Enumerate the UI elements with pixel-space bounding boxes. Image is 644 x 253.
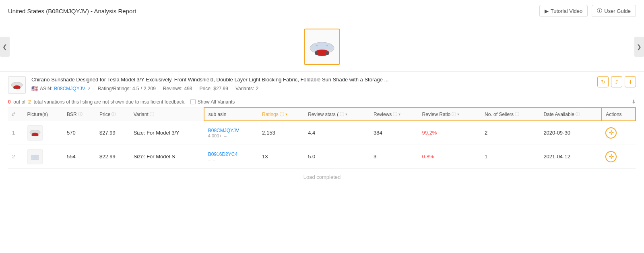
- product-thumbnail: [304, 29, 340, 65]
- row-ratings: 2,153: [258, 121, 304, 145]
- review-stars-sort-icon[interactable]: ▾: [345, 112, 347, 116]
- col-header-actions: Actions: [601, 108, 636, 121]
- show-all-variants-label[interactable]: Show All Variants: [190, 99, 235, 105]
- reviews-sort-icon[interactable]: ▾: [398, 112, 400, 116]
- share-icon: ⤴: [615, 79, 618, 85]
- product-flag: 🇺🇸 ASIN: B08CMJQYJV ↗: [31, 85, 91, 92]
- download-icon: ⬇: [628, 79, 633, 85]
- show-variants-checkbox[interactable]: [190, 99, 196, 104]
- row-picture: [23, 145, 63, 168]
- variation-text: 0 out of 2 total variations of this list…: [8, 99, 186, 105]
- variants-meta: Variants: 2: [235, 85, 258, 92]
- col-header-num: #: [8, 108, 23, 121]
- row-review-ratio: 0.8%: [418, 145, 481, 168]
- svg-point-10: [19, 87, 21, 89]
- col-header-bsr[interactable]: BSR ⓘ: [63, 108, 95, 121]
- reviews-meta: Reviews: 493: [163, 85, 192, 92]
- share-button[interactable]: ⤴: [611, 76, 622, 87]
- bsr-info-icon: ⓘ: [78, 111, 83, 117]
- ratings-sort-icon[interactable]: ▾: [285, 112, 287, 116]
- row-product-image: [27, 125, 43, 141]
- header-actions: ▶ Tutorial Video ⓘ User Guide: [539, 5, 636, 17]
- col-header-review-ratio[interactable]: Review Ratio ⓘ ▾: [418, 108, 481, 121]
- svg-rect-16: [32, 156, 37, 159]
- plus-icon: ✛: [609, 129, 614, 137]
- download-button[interactable]: ⬇: [625, 76, 636, 87]
- ratings-info-icon: ⓘ: [280, 111, 284, 117]
- row-price: $27.99: [95, 121, 130, 145]
- row-actions: ✛: [601, 145, 636, 168]
- row-reviews: 3: [369, 145, 418, 168]
- col-header-variant[interactable]: Variant ⓘ: [130, 108, 204, 121]
- col-header-ratings[interactable]: Ratings ⓘ ▾: [258, 108, 304, 121]
- row-review-stars: 4.4: [304, 121, 369, 145]
- refresh-button[interactable]: ↻: [597, 76, 609, 87]
- review-stars-info-icon: ⓘ: [340, 111, 344, 117]
- svg-rect-6: [326, 45, 328, 46]
- row-review-stars: 5.0: [304, 145, 369, 168]
- external-link-icon: ↗: [87, 86, 91, 91]
- carousel-left-arrow[interactable]: ❮: [0, 37, 10, 57]
- svg-point-9: [13, 87, 15, 89]
- row-sellers: 2: [481, 121, 539, 145]
- table-row: 2 554 $22.99 Size: For Model S B0916D2YC…: [8, 145, 636, 168]
- col-header-price[interactable]: Price ⓘ: [95, 108, 130, 121]
- asin-link[interactable]: B08CMJQYJV: [54, 86, 85, 91]
- book-icon: ⓘ: [597, 7, 602, 15]
- table-download-icon[interactable]: ⬇: [632, 99, 636, 105]
- row-date: 2020-09-30: [539, 121, 601, 145]
- col-header-review-stars[interactable]: Review stars ( ⓘ ▾: [304, 108, 369, 121]
- table-container: # Picture(s) BSR ⓘ Price ⓘ: [0, 107, 644, 193]
- product-action-buttons: ↻ ⤴ ⬇: [597, 76, 636, 87]
- row-bsr: 570: [63, 121, 95, 145]
- row-product-image: [27, 149, 43, 164]
- product-details: Chirano Sunshade Designed for Tesla Mode…: [31, 76, 592, 92]
- row-num: 2: [8, 145, 23, 168]
- row-actions: ✛: [601, 121, 636, 145]
- review-ratio-sort-icon[interactable]: ▾: [457, 112, 459, 116]
- table-row: 1 570 $27.99 Size: For Model 3/Y: [8, 121, 636, 145]
- row-review-ratio: 99.2%: [418, 121, 481, 145]
- rating-meta: Rating/Ratings: 4.5/2,209: [98, 85, 156, 92]
- svg-point-14: [37, 134, 38, 136]
- row-variant: Size: For Model 3/Y: [130, 121, 204, 145]
- row-sellers: 1: [481, 145, 539, 168]
- row-price: $22.99: [95, 145, 130, 168]
- carousel-right-arrow[interactable]: ❯: [634, 37, 644, 57]
- col-header-date[interactable]: Date Available ⓘ: [539, 108, 601, 121]
- price-meta: Price: $27.99: [200, 85, 228, 92]
- row-picture: [23, 121, 63, 145]
- svg-point-4: [326, 52, 329, 55]
- col-header-sellers[interactable]: No. of Sellers ⓘ: [481, 108, 539, 121]
- row-num: 1: [8, 121, 23, 145]
- action-plus-button[interactable]: ✛: [605, 127, 617, 139]
- header: United States (B08CMJQYJV) - Analysis Re…: [0, 0, 644, 22]
- row-sub-asin: B08CMJQYJV 4,000+ –: [204, 121, 258, 145]
- col-header-reviews[interactable]: Reviews ⓘ ▾: [369, 108, 418, 121]
- date-info-icon: ⓘ: [576, 111, 580, 117]
- product-info: Chirano Sunshade Designed for Tesla Mode…: [0, 72, 644, 96]
- load-complete-text: Load completed: [8, 169, 636, 185]
- reviews-info-icon: ⓘ: [393, 111, 397, 117]
- tutorial-video-button[interactable]: ▶ Tutorial Video: [539, 5, 588, 17]
- variant-info-icon: ⓘ: [150, 111, 154, 117]
- refresh-icon: ↻: [601, 79, 605, 85]
- product-meta: 🇺🇸 ASIN: B08CMJQYJV ↗ Rating/Ratings: 4.…: [31, 85, 592, 92]
- svg-point-3: [315, 52, 318, 55]
- svg-rect-5: [316, 45, 318, 46]
- row-bsr: 554: [63, 145, 95, 168]
- action-plus-button[interactable]: ✛: [605, 151, 617, 162]
- user-guide-button[interactable]: ⓘ User Guide: [592, 5, 636, 17]
- image-carousel: ❮ ❯: [0, 22, 644, 71]
- col-header-sub-asin: sub asin: [204, 108, 258, 121]
- plus-icon: ✛: [609, 153, 614, 160]
- sellers-info-icon: ⓘ: [515, 111, 519, 117]
- chevron-right-icon: ❯: [637, 44, 642, 50]
- svg-point-13: [31, 134, 33, 136]
- variants-table: # Picture(s) BSR ⓘ Price ⓘ: [8, 107, 636, 169]
- row-ratings: 13: [258, 145, 304, 168]
- review-ratio-info-icon: ⓘ: [452, 111, 456, 117]
- product-title: Chirano Sunshade Designed for Tesla Mode…: [31, 76, 592, 83]
- row-date: 2021-04-12: [539, 145, 601, 168]
- row-sub-asin: B0916D2YC4 – –: [204, 145, 258, 168]
